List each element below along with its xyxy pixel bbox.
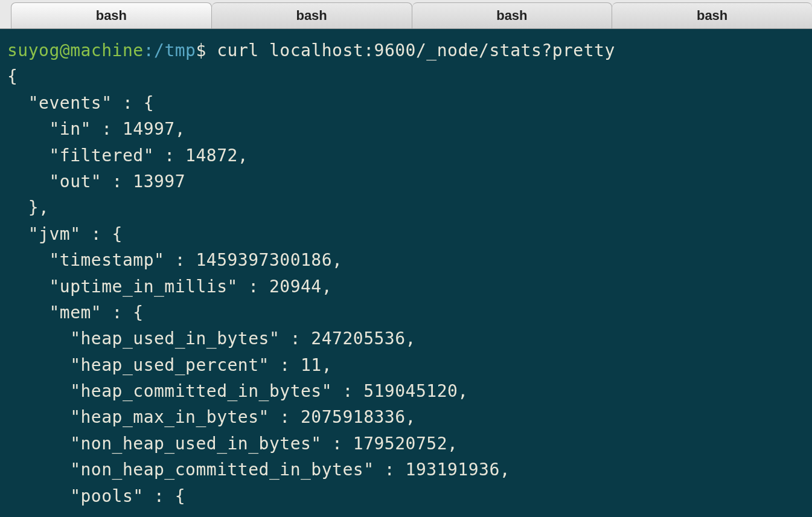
output-line: {: [7, 66, 18, 86]
terminal-tab-3[interactable]: bash: [412, 2, 613, 28]
terminal-tab-4[interactable]: bash: [612, 2, 812, 28]
tab-label: bash: [496, 8, 527, 24]
output-line: "in" : 14997,: [7, 119, 185, 139]
prompt-command: curl localhost:9600/_node/stats?pretty: [217, 40, 615, 60]
output-line: },: [7, 197, 49, 217]
prompt-host: machine: [70, 40, 144, 60]
prompt-user: suyog: [7, 40, 60, 60]
output-line: "heap_used_percent" : 11,: [7, 355, 332, 375]
output-line: "heap_committed_in_bytes" : 519045120,: [7, 381, 468, 401]
output-line: "heap_used_in_bytes" : 247205536,: [7, 329, 416, 348]
prompt-symbol: $: [196, 40, 206, 60]
output-line: "timestamp" : 1459397300186,: [7, 250, 342, 270]
output-line: "mem" : {: [7, 303, 144, 323]
output-line: "out" : 13997: [7, 172, 185, 191]
tab-label: bash: [96, 8, 127, 24]
output-line: "events" : {: [7, 93, 154, 113]
output-line: "jvm" : {: [7, 224, 123, 244]
output-line: "non_heap_used_in_bytes" : 179520752,: [7, 434, 458, 454]
terminal-tab-2[interactable]: bash: [212, 2, 412, 28]
output-line: "non_heap_committed_in_bytes" : 19319193…: [7, 460, 510, 480]
tab-label: bash: [296, 8, 327, 24]
tab-bar: bash bash bash bash: [0, 0, 812, 29]
output-line: "filtered" : 14872,: [7, 146, 248, 165]
terminal-tab-1[interactable]: bash: [11, 2, 212, 28]
terminal-output[interactable]: suyog@machine:/tmp$ curl localhost:9600/…: [0, 29, 812, 517]
tab-label: bash: [697, 8, 727, 24]
output-line: "heap_max_in_bytes" : 2075918336,: [7, 407, 416, 427]
output-line: "pools" : {: [7, 486, 185, 506]
prompt-at: @: [60, 40, 70, 60]
prompt-path: :/tmp: [144, 40, 196, 60]
output-line: "uptime_in_millis" : 20944,: [7, 277, 332, 297]
